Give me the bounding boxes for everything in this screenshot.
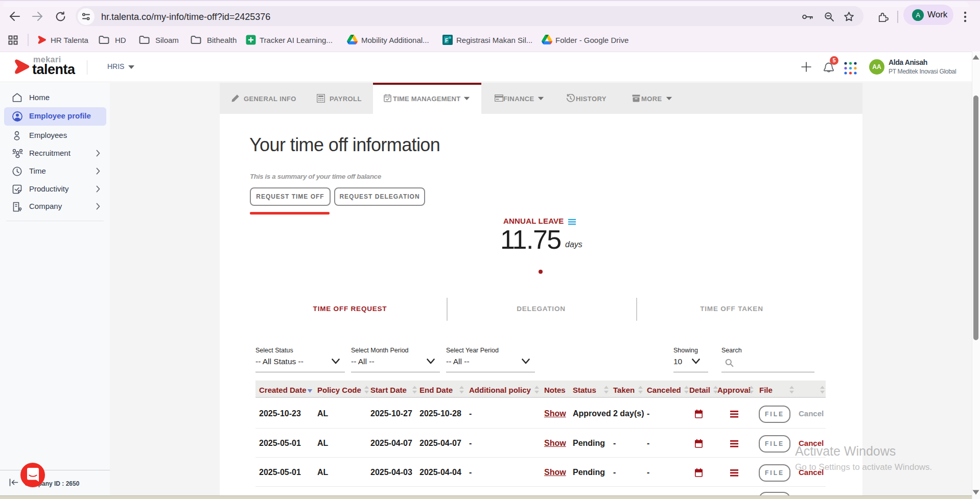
svg-text:F: F xyxy=(445,38,448,43)
